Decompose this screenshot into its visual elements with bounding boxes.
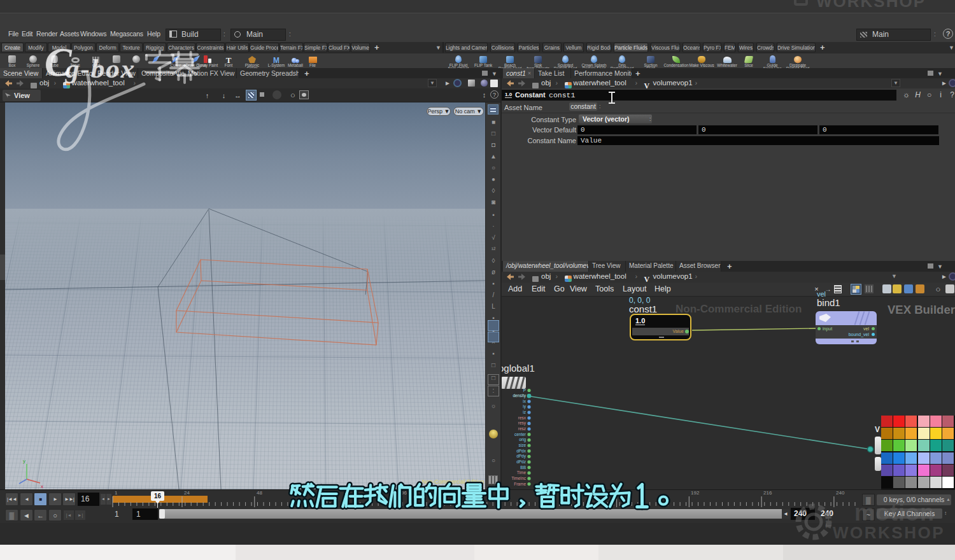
- svg-text:1: 1: [115, 490, 118, 496]
- svg-text:192: 192: [691, 490, 700, 496]
- svg-text:WORKSHOP: WORKSHOP: [833, 523, 945, 542]
- svg-text:216: 216: [763, 490, 772, 496]
- svg-text:Time: Time: [517, 470, 527, 475]
- svg-text:dPdx: dPdx: [516, 449, 527, 453]
- svg-text:ix: ix: [523, 399, 526, 403]
- svg-text:BB: BB: [520, 465, 526, 470]
- svg-text:dPdy: dPdy: [516, 454, 527, 459]
- svg-text:resz: resz: [518, 426, 526, 431]
- svg-text:center: center: [514, 432, 527, 437]
- svg-text:density: density: [513, 393, 526, 398]
- svg-text:y: y: [23, 458, 25, 464]
- svg-text:resx: resx: [518, 416, 527, 420]
- svg-text:THE: THE: [824, 509, 833, 528]
- svg-text:orig: orig: [519, 437, 526, 442]
- svg-text:resy: resy: [518, 421, 527, 426]
- svg-text:iz: iz: [523, 410, 526, 414]
- svg-text:48: 48: [257, 490, 262, 496]
- svg-text:x: x: [41, 484, 43, 489]
- svg-text:24: 24: [184, 490, 190, 496]
- svg-text:iy: iy: [523, 404, 526, 409]
- svg-text:size: size: [518, 443, 526, 447]
- svg-text:motion: motion: [854, 500, 935, 526]
- svg-text:dPdz: dPdz: [516, 459, 526, 464]
